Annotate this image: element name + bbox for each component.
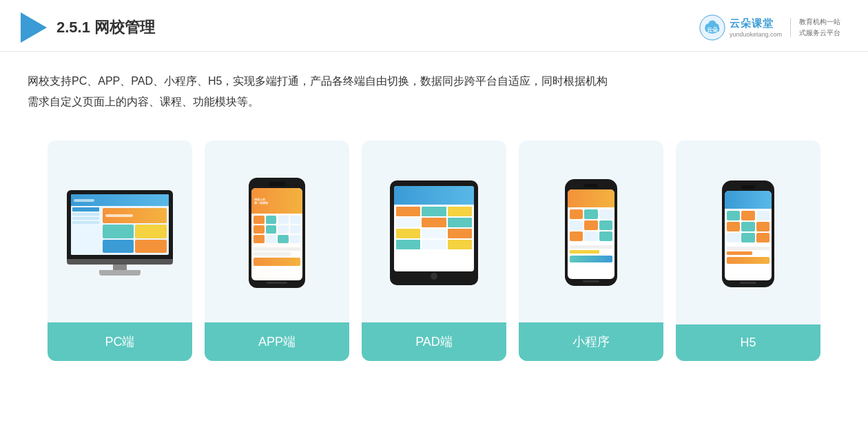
miniapp-image-area (519, 141, 663, 322)
logo-triangle-icon (21, 12, 47, 43)
pc-image-area (48, 141, 192, 322)
pc-mockup (67, 190, 173, 276)
h5-phone-mockup (722, 180, 774, 287)
brand-logo: 云朵 云朵课堂 yunduoketang.com 教育机构一站 式服务云平台 (699, 14, 840, 41)
h5-image-area (676, 141, 820, 324)
header: 2.5.1 网校管理 云朵 云朵课堂 yunduoketang.com (0, 0, 868, 52)
miniapp-label: 小程序 (519, 322, 663, 361)
svg-text:云朵: 云朵 (707, 27, 719, 33)
brand-text: 云朵课堂 yunduoketang.com (730, 16, 782, 39)
device-cards-section: PC端 招进人的第一堂课程 (0, 120, 868, 382)
miniapp-phone-mockup (565, 179, 617, 286)
header-left: 2.5.1 网校管理 (21, 12, 155, 43)
description-text: 网校支持PC、APP、PAD、小程序、H5，实现多端打通，产品各终端自由切换，数… (0, 52, 868, 120)
pad-mockup (390, 180, 478, 285)
brand-cloud-icon: 云朵 (699, 14, 725, 41)
h5-label: H5 (676, 324, 820, 361)
page-title: 2.5.1 网校管理 (56, 17, 155, 38)
app-phone-mockup: 招进人的第一堂课程 (249, 178, 305, 288)
pc-label: PC端 (48, 322, 192, 361)
miniapp-card: 小程序 (519, 141, 663, 361)
brand-slogan: 教育机构一站 式服务云平台 (799, 17, 840, 39)
vertical-divider (790, 18, 791, 37)
app-label: APP端 (205, 322, 349, 361)
pc-card: PC端 (48, 141, 192, 361)
pad-label: PAD端 (362, 322, 506, 361)
app-image-area: 招进人的第一堂课程 (205, 141, 349, 322)
pad-card: PAD端 (362, 141, 506, 361)
h5-card: H5 (676, 141, 820, 361)
page: 2.5.1 网校管理 云朵 云朵课堂 yunduoketang.com (0, 0, 868, 434)
app-card: 招进人的第一堂课程 (205, 141, 349, 361)
pad-image-area (362, 141, 506, 322)
